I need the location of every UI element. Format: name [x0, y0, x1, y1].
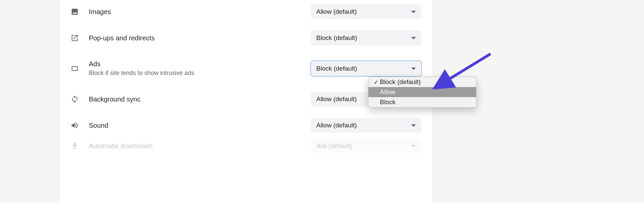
- open-in-new-icon: [71, 34, 89, 42]
- select-value: Allow (default): [316, 122, 357, 129]
- permission-row-popups: Pop-ups and redirects Block (default): [59, 25, 433, 51]
- permission-row-sound: Sound Allow (default): [59, 112, 433, 138]
- annotation-arrow: [431, 50, 495, 97]
- permission-row-images: Images Allow (default): [59, 0, 433, 25]
- select-value: Allow (default): [316, 8, 357, 15]
- option-label: Block: [380, 98, 395, 106]
- ads-select[interactable]: Block (default): [311, 61, 421, 76]
- sync-icon: [71, 95, 89, 103]
- option-label: Allow: [380, 88, 395, 96]
- option-label: Block (default): [380, 78, 421, 86]
- chevron-down-icon: [411, 37, 416, 39]
- permission-row-auto-downloads: Automatic downloads Ask (default): [59, 138, 433, 153]
- volume-icon: [71, 121, 89, 129]
- dropdown-option-block[interactable]: Block: [368, 97, 476, 107]
- select-value: Ask (default): [316, 142, 352, 150]
- svg-line-0: [437, 54, 490, 87]
- ads-icon: [71, 65, 89, 73]
- image-icon: [71, 8, 89, 16]
- permission-label: Automatic downloads: [89, 141, 311, 150]
- chevron-down-icon: [411, 124, 416, 127]
- permission-label: Images: [89, 7, 311, 16]
- chevron-down-icon: [411, 68, 416, 70]
- popups-select[interactable]: Block (default): [311, 31, 421, 45]
- select-value: Block (default): [316, 65, 357, 72]
- select-value: Block (default): [316, 34, 357, 42]
- site-settings-panel: Flash Ask (default) Images Allow (defaul…: [59, 0, 433, 203]
- chevron-down-icon: [411, 145, 416, 147]
- permission-label: Background sync: [89, 95, 311, 104]
- select-value: Allow (default): [316, 95, 357, 103]
- permission-sublabel: Block if site tends to show intrusive ad…: [89, 69, 311, 77]
- permission-label: Ads: [89, 59, 311, 68]
- permission-label: Sound: [89, 121, 311, 130]
- chevron-down-icon: [411, 11, 416, 13]
- auto-downloads-select[interactable]: Ask (default): [311, 138, 421, 153]
- permission-label: Pop-ups and redirects: [89, 34, 311, 42]
- check-icon: ✓: [372, 79, 380, 85]
- sound-select[interactable]: Allow (default): [311, 118, 421, 133]
- images-select[interactable]: Allow (default): [311, 4, 421, 19]
- download-icon: [71, 142, 89, 150]
